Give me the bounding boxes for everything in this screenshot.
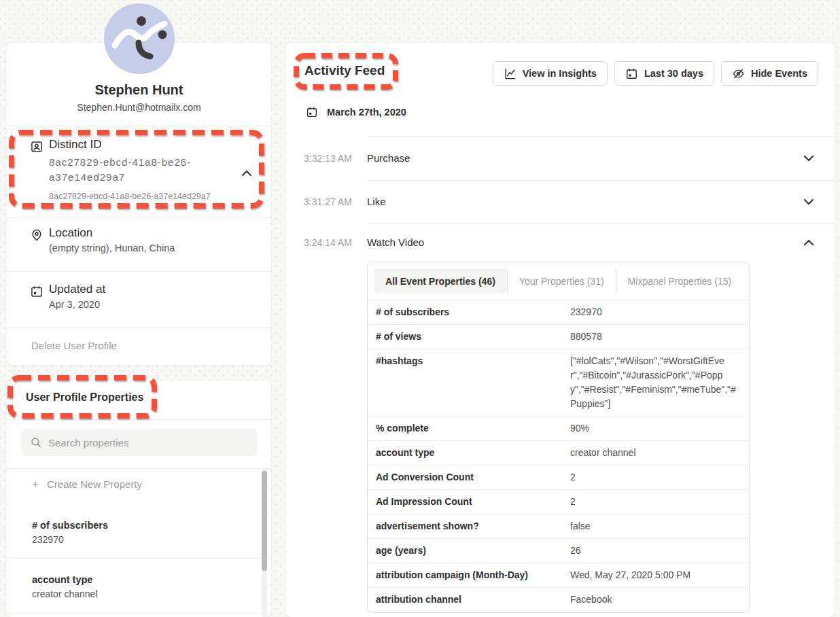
search-properties-field[interactable] — [21, 429, 258, 456]
tab-mixpanel-properties[interactable]: Mixpanel Properties (15) — [616, 268, 743, 294]
scrollbar-thumb[interactable] — [262, 471, 267, 571]
view-in-insights-button[interactable]: View in Insights — [493, 61, 608, 86]
distinct-id-value-small: 8ac27829-ebcd-41a8-be26-a37e14ed29a7 — [49, 192, 271, 201]
search-input[interactable] — [48, 429, 252, 456]
event-property-value: 90% — [570, 421, 741, 436]
event-property-value: Wed, May 27, 2020 5:00 PM — [570, 568, 741, 582]
chevron-up-icon[interactable] — [804, 240, 813, 245]
location-label: Location — [49, 226, 271, 240]
event-property-name: attribution channel — [376, 593, 570, 607]
hide-events-button[interactable]: Hide Events — [721, 61, 818, 86]
divider — [7, 126, 271, 126]
distinct-id-value: 8ac27829-ebcd-41a8-be26-a37e14ed29a7 — [49, 155, 231, 185]
chevron-down-icon[interactable] — [804, 156, 813, 161]
event-row-purchase[interactable]: 3:32:13 AM Purchase — [285, 137, 835, 180]
event-property-row: #hashtags ["#lolCats","#Wilson","#WorstG… — [368, 349, 749, 417]
event-property-name: # of subscribers — [376, 305, 570, 319]
event-row-like[interactable]: 3:31:27 AM Like — [285, 180, 835, 223]
distinct-id-section: Distinct ID 8ac27829-ebcd-41a8-be26-a37e… — [7, 138, 271, 201]
event-property-row: advertisement shown? false — [368, 514, 749, 539]
property-value: creator channel — [32, 588, 251, 599]
event-property-value: 880578 — [570, 330, 741, 344]
property-name: account type — [32, 574, 251, 585]
divider — [7, 217, 271, 218]
calendar-icon — [306, 106, 318, 118]
delete-user-profile-link[interactable]: Delete User Profile — [31, 340, 117, 351]
event-property-name: attribution campaign (Month-Day) — [376, 568, 570, 582]
search-icon — [30, 436, 42, 448]
location-section: Location (empty string), Hunan, China — [7, 226, 271, 253]
property-value: 232970 — [32, 534, 251, 545]
eye-slash-icon — [732, 67, 745, 80]
date-header: March 27th, 2020 — [306, 106, 406, 118]
property-list-item[interactable]: # of subscribers 232970 — [32, 520, 251, 545]
event-property-value: false — [570, 519, 741, 533]
event-property-row: attribution campaign (Month-Day) Wed, Ma… — [368, 563, 749, 588]
badge-icon — [30, 140, 43, 154]
event-property-value: 2 — [570, 495, 741, 509]
location-pin-icon — [30, 228, 43, 242]
updated-at-label: Updated at — [49, 283, 271, 296]
activity-feed-title: Activity Feed — [304, 63, 385, 78]
user-name: Stephen Hunt — [7, 82, 271, 98]
insights-chart-icon — [504, 67, 517, 80]
event-name: Like — [367, 196, 386, 207]
divider — [7, 271, 271, 272]
event-property-row: attribution channel Facebook — [368, 588, 749, 612]
date-label: March 27th, 2020 — [327, 107, 406, 118]
event-property-name: % complete — [376, 421, 570, 436]
calendar-icon — [30, 285, 43, 298]
event-property-row: Ad Conversion Count 2 — [368, 465, 749, 490]
divider — [7, 614, 271, 614]
event-property-row: Ad Impression Count 2 — [368, 490, 749, 514]
event-property-name: Ad Conversion Count — [376, 470, 570, 484]
event-property-row: # of subscribers 232970 — [368, 300, 749, 325]
event-property-row: # of views 880578 — [368, 325, 749, 349]
event-property-value: creator channel — [570, 446, 741, 460]
last-30-days-button[interactable]: Last 30 days — [614, 61, 714, 86]
tab-all-event-properties[interactable]: All Event Properties (46) — [374, 268, 507, 294]
divider — [7, 558, 271, 559]
user-profile-properties-card: User Profile Properties +Create New Prop… — [7, 381, 271, 617]
event-name: Watch Video — [367, 236, 424, 248]
updated-at-section: Updated at Apr 3, 2020 — [7, 283, 271, 310]
divider — [7, 328, 271, 328]
property-list-item[interactable]: account type creator channel — [32, 574, 251, 599]
event-time: 3:32:13 AM — [304, 153, 352, 164]
chevron-down-icon[interactable] — [804, 199, 813, 205]
event-property-name: #hashtags — [376, 354, 570, 411]
event-property-name: advertisement shown? — [376, 519, 570, 533]
create-new-property-button[interactable]: +Create New Property — [32, 478, 142, 490]
event-property-value: 232970 — [570, 305, 741, 319]
chevron-up-icon[interactable] — [242, 171, 251, 176]
activity-feed-card: Activity Feed View in Insights Last 30 d… — [285, 43, 835, 617]
event-property-value: 2 — [570, 470, 741, 484]
divider — [7, 419, 271, 420]
event-property-name: age (years) — [376, 544, 570, 558]
event-property-row: % complete 90% — [368, 417, 749, 441]
event-property-value: ["#lolCats","#Wilson","#WorstGiftEver","… — [570, 354, 741, 411]
location-value: (empty string), Hunan, China — [49, 243, 271, 253]
event-properties-tabs: All Event Properties (46) Your Propertie… — [368, 262, 749, 300]
calendar-icon — [625, 67, 638, 80]
event-time: 3:31:27 AM — [304, 196, 352, 207]
property-name: # of subscribers — [32, 520, 251, 531]
plus-icon: + — [32, 480, 41, 489]
feed-toolbar: View in Insights Last 30 days Hide Event… — [493, 61, 818, 86]
event-property-name: Ad Impression Count — [376, 495, 570, 509]
updated-at-value: Apr 3, 2020 — [49, 299, 271, 310]
event-property-row: age (years) 26 — [368, 539, 749, 563]
event-property-name: account type — [376, 446, 570, 460]
event-row-watch-video[interactable]: 3:24:14 AM Watch Video — [285, 223, 835, 262]
event-time: 3:24:14 AM — [304, 237, 352, 248]
event-property-value: 26 — [570, 544, 741, 558]
tab-your-properties[interactable]: Your Properties (31) — [507, 268, 616, 294]
event-properties-table: All Event Properties (46) Your Propertie… — [367, 262, 750, 613]
event-property-value: Facebook — [570, 593, 741, 607]
event-property-row: account type creator channel — [368, 441, 749, 465]
user-profile-properties-title: User Profile Properties — [26, 391, 143, 404]
event-property-name: # of views — [376, 330, 570, 344]
user-email: Stephen.Hunt@hotmailx.com — [7, 102, 271, 113]
divider — [7, 468, 271, 469]
user-profile-card: Stephen Hunt Stephen.Hunt@hotmailx.com D… — [7, 43, 271, 365]
